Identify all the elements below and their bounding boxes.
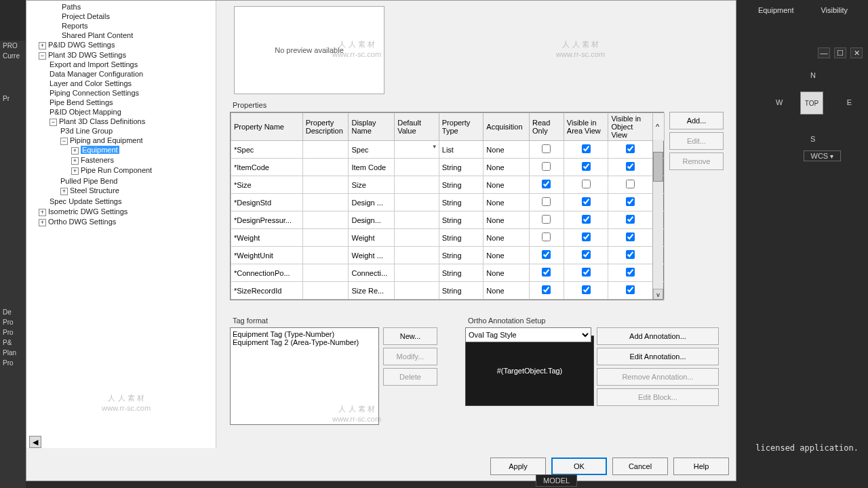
tag-format-list[interactable]: Equipment Tag (Type-Number) Equipment Ta… [230,327,379,425]
cell[interactable]: Item Code [349,159,395,176]
scroll-down-icon[interactable]: v [653,289,663,300]
view-cube-top[interactable]: TOP [800,92,823,115]
expand-icon[interactable]: + [39,209,46,216]
minimize-button[interactable]: — [818,47,830,58]
cell[interactable] [608,176,653,194]
cell[interactable]: Weight [349,229,395,247]
table-scrollbar[interactable]: v [652,140,663,300]
table-row[interactable]: *SizeSizeStringNone [231,176,665,194]
tree-shared-content[interactable]: Shared Plant Content [39,30,214,40]
cell[interactable]: None [484,264,530,282]
expand-icon[interactable]: + [39,42,46,49]
checkbox[interactable] [626,197,635,206]
apply-button[interactable]: Apply [490,458,546,475]
cell[interactable]: *Spec [231,141,303,159]
col-ro[interactable]: Read Only [530,113,564,141]
tree-p3d-dwg[interactable]: Plant 3D DWG Settings [48,51,126,59]
checkbox[interactable] [626,232,635,241]
expand-icon[interactable]: + [60,188,68,195]
cell[interactable] [302,176,349,194]
table-row[interactable]: *DesignPressur...Design...StringNone [231,211,665,229]
checkbox[interactable] [626,162,635,171]
cell[interactable] [302,141,349,159]
cell[interactable] [608,194,653,211]
tree-p3d-class-def[interactable]: Plant 3D Class Definitions [59,117,145,125]
cell[interactable]: *DesignStd [231,194,303,211]
cell[interactable] [395,264,439,282]
settings-tree[interactable]: Paths Project Details Reports Shared Pla… [26,1,216,448]
tag-format-item[interactable]: Equipment Tag (Type-Number) [233,330,376,338]
cell[interactable]: None [484,159,530,176]
cell[interactable] [608,141,653,159]
cell[interactable] [395,282,439,300]
cell[interactable] [530,211,564,229]
tree-p3d-line-group[interactable]: P3d Line Group [60,126,214,136]
cell[interactable] [302,282,349,300]
cell[interactable]: None [484,141,530,159]
compass-n[interactable]: N [810,71,816,79]
cell[interactable]: Weight ... [349,247,395,264]
expand-icon[interactable]: + [39,219,46,226]
cell[interactable]: *DesignPressur... [231,211,303,229]
checkbox[interactable] [582,232,591,241]
cell[interactable] [395,247,439,264]
compass-w[interactable]: W [776,98,783,106]
table-row[interactable]: *SpecSpec▼ListNone [231,141,665,159]
cell[interactable] [530,194,564,211]
cell[interactable]: Design... [349,211,395,229]
cell[interactable]: List [439,141,484,159]
properties-table[interactable]: Property Name Property Description Displ… [230,112,664,300]
tree-reports[interactable]: Reports [39,21,214,30]
cell[interactable] [530,229,564,247]
cell[interactable]: String [439,282,484,300]
cell[interactable]: String [439,176,484,194]
checkbox[interactable] [542,215,551,224]
tree-paths[interactable]: Paths [39,2,214,12]
tab-equipment[interactable]: Equipment [751,3,801,17]
compass-s[interactable]: S [810,135,815,143]
checkbox[interactable] [582,285,591,294]
cell[interactable]: None [484,247,530,264]
tree-pid-obj-map[interactable]: P&ID Object Mapping [50,107,214,117]
checkbox[interactable] [542,285,551,294]
checkbox[interactable] [626,250,635,259]
cell[interactable] [564,211,608,229]
scroll-thumb[interactable] [653,152,663,182]
cell[interactable] [302,229,349,247]
cell[interactable] [302,247,349,264]
checkbox[interactable] [542,232,551,241]
cell[interactable]: Size Re... [349,282,395,300]
cell[interactable] [564,159,608,176]
cell[interactable] [530,141,564,159]
cell[interactable]: Size [349,176,395,194]
cell[interactable]: String [439,247,484,264]
tree-pulled-pipe-bend[interactable]: Pulled Pipe Bend [60,176,214,186]
tree-layer-color[interactable]: Layer and Color Settings [50,79,214,88]
cell[interactable] [564,282,608,300]
cell[interactable]: ▼ [395,141,439,159]
edit-block-button[interactable]: Edit Block... [597,388,719,406]
cell[interactable] [302,194,349,211]
cell[interactable]: None [484,194,530,211]
cell[interactable] [564,141,608,159]
tree-data-manager[interactable]: Data Manager Configuration [50,69,214,79]
collapse-icon[interactable]: − [39,52,46,60]
cell[interactable]: None [484,176,530,194]
expand-icon[interactable]: + [71,147,79,155]
tree-pipe-bend[interactable]: Pipe Bend Settings [50,98,214,107]
cell[interactable]: Connecti... [349,264,395,282]
tree-ortho-dwg[interactable]: Ortho DWG Settings [48,218,116,226]
table-row[interactable]: *ItemCodeItem CodeStringNone [231,159,665,176]
cell[interactable] [530,247,564,264]
col-disp[interactable]: Display Name [349,113,395,141]
cell[interactable] [530,264,564,282]
checkbox[interactable] [626,285,635,294]
cell[interactable] [564,194,608,211]
table-row[interactable]: *ConnectionPo...Connecti...StringNone [231,264,665,282]
compass-e[interactable]: E [847,98,852,106]
col-name[interactable]: Property Name [231,113,303,141]
cell[interactable] [564,176,608,194]
cell[interactable]: String [439,264,484,282]
cell[interactable] [608,247,653,264]
cell[interactable] [608,282,653,300]
